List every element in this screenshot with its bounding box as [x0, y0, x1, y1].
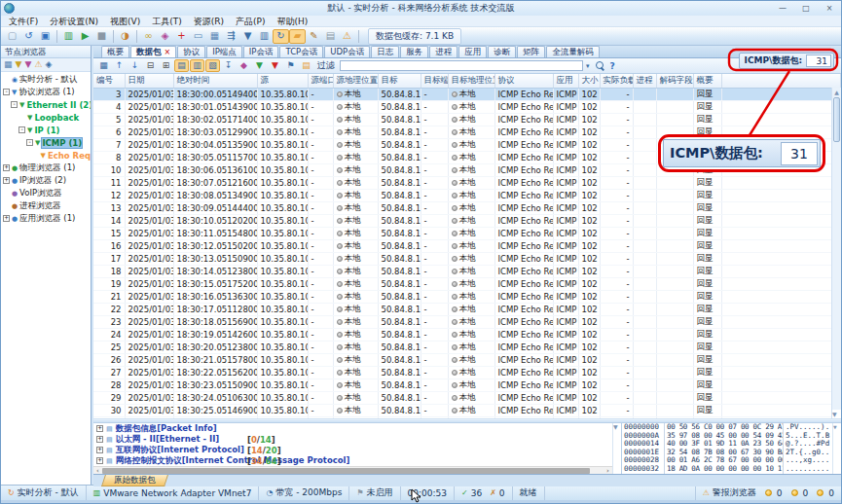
alarm-icon[interactable]: ⚠	[339, 29, 355, 44]
scroll-right-icon[interactable]: ›	[604, 467, 612, 475]
table-row[interactable]: 242025/01/0318:30:19.05142600010.35.80.1…	[93, 328, 841, 341]
search-icon[interactable]	[596, 61, 604, 70]
expand-icon[interactable]: +	[96, 436, 103, 443]
tab-IP端点[interactable]: IP端点	[206, 46, 242, 57]
scroll-down-icon[interactable]: ▼	[832, 410, 841, 418]
table-row[interactable]: 222025/01/0318:30:17.05112800010.35.80.1…	[93, 303, 841, 315]
funnel-multi-icon[interactable]: ▼	[24, 60, 31, 69]
tab-UDP会话[interactable]: UDP会话	[324, 46, 370, 57]
column-header-目标端口[interactable]: 目标端口	[421, 74, 448, 88]
table-row[interactable]: 282025/01/0318:30:23.05150900010.35.80.1…	[93, 378, 841, 391]
nodes-small-icon[interactable]: ◈	[45, 60, 52, 69]
tab-日志[interactable]: 日志	[371, 46, 399, 57]
tab-诊断[interactable]: 诊断	[488, 46, 516, 57]
expand-icon[interactable]: +	[3, 215, 10, 222]
column-header-日期[interactable]: 日期	[125, 74, 173, 88]
expand-icon[interactable]: ⊞	[159, 59, 173, 72]
table-row[interactable]: 32025/01/0318:30:00.05149400010.35.80.10…	[93, 88, 841, 100]
table-row[interactable]: 152025/01/0318:30:11.05154800010.35.80.1…	[93, 227, 841, 239]
close-button[interactable]: ×	[818, 2, 841, 15]
decode-field-row[interactable]: +▤互联网协议[Internet Protocol][14/20]	[93, 445, 612, 455]
tree-item-Loopback[interactable]: ▼Loopback	[1, 111, 91, 124]
decode-hscrollbar[interactable]: ‹ ›	[93, 466, 612, 474]
hierarchy-icon[interactable]: ▦	[206, 29, 223, 44]
decode-field-row[interactable]: +▤数据包信息[Packet Info]	[93, 423, 612, 434]
table-row[interactable]: 52025/01/0318:30:02.05171400010.35.80.10…	[93, 113, 841, 126]
hscroll-thumb[interactable]	[102, 468, 590, 474]
table-row[interactable]: 232025/01/0318:30:18.05156900010.35.80.1…	[93, 315, 841, 328]
column-header-源端口[interactable]: 源端口	[308, 74, 333, 88]
tab-应用[interactable]: 应用	[458, 46, 487, 57]
filter-icon[interactable]: ▼	[239, 29, 256, 44]
decode-field-row[interactable]: +▤以太网 - II[Ethernet - II][0/14]	[93, 434, 612, 445]
decode-vscrollbar[interactable]: ▲ ▼	[612, 423, 622, 474]
column-header-进程[interactable]: 进程	[633, 74, 656, 88]
adapter-icon[interactable]: ▥	[60, 29, 77, 44]
tab-服务[interactable]: 服务	[400, 46, 428, 57]
refresh-icon[interactable]: ↻	[273, 29, 289, 44]
menu-分析设置(N)[interactable]: 分析设置(N)	[44, 16, 104, 27]
collapse-icon[interactable]: -	[11, 101, 18, 108]
tab-全流量解码[interactable]: 全流量解码	[546, 46, 600, 57]
tree-item-ICMP-(1)[interactable]: -▼ICMP (1)	[1, 136, 91, 149]
table-row[interactable]: 132025/01/0318:30:09.05144400010.35.80.1…	[93, 201, 841, 214]
start-icon[interactable]: ▶	[77, 29, 93, 44]
tab-close-icon[interactable]: ×	[165, 48, 171, 56]
minimize-button[interactable]: —	[771, 2, 794, 15]
tree-item-IP-(1)[interactable]: -▼IP (1)	[1, 124, 91, 136]
save-icon[interactable]: ▣	[37, 29, 54, 44]
table-row[interactable]: 292025/01/0318:30:24.05106300010.35.80.1…	[93, 391, 841, 404]
tree-item-物理浏览器-(1)[interactable]: +●物理浏览器 (1)	[1, 162, 91, 174]
tab-协议[interactable]: 协议	[177, 46, 205, 57]
plug-icon[interactable]: ⇶	[223, 29, 239, 44]
stop-icon[interactable]: ■	[93, 29, 110, 44]
table-row[interactable]: 162025/01/0318:30:12.05150200010.35.80.1…	[93, 239, 841, 252]
expand-icon[interactable]: +	[3, 177, 10, 184]
table-row[interactable]: 212025/01/0318:30:16.05136300010.35.80.1…	[93, 290, 841, 303]
table-row[interactable]: 272025/01/0318:30:22.05156200010.35.80.1…	[93, 366, 841, 378]
maximize-button[interactable]: □	[794, 2, 818, 15]
column-header-概要[interactable]: 概要	[693, 74, 721, 88]
column-header-源[interactable]: 源	[257, 74, 308, 88]
tab-raw-packet[interactable]: 原始数据包	[101, 475, 167, 486]
view-split-icon[interactable]: ▥	[190, 59, 204, 72]
column-header-绝对时间[interactable]: 绝对时间	[173, 74, 257, 88]
column-header-大小[interactable]: 大小	[578, 74, 600, 88]
filter-input[interactable]	[340, 60, 583, 71]
tab-概要[interactable]: 概要	[101, 46, 129, 57]
expand-icon[interactable]: +	[96, 457, 103, 464]
collapse-icon[interactable]: -	[26, 139, 33, 146]
menu-文件(F)[interactable]: 文件(F)	[3, 16, 44, 27]
table-row[interactable]: 262025/01/0318:30:21.05157800010.35.80.1…	[93, 353, 841, 366]
menu-视图(V)[interactable]: 视图(V)	[104, 16, 146, 27]
funnel-gold-icon[interactable]: ▼	[16, 60, 22, 69]
tree-item-应用浏览器-(1)[interactable]: +●应用浏览器 (1)	[1, 212, 91, 225]
down-icon[interactable]: ↓	[128, 59, 142, 72]
nodes-icon[interactable]: ◈	[157, 29, 173, 44]
column-header-源地理位置[interactable]: 源地理位置	[333, 74, 378, 88]
tree-item-进程浏览器[interactable]: ●进程浏览器	[1, 199, 91, 212]
table-row[interactable]: 112025/01/0318:30:07.05121600010.35.80.1…	[93, 176, 841, 189]
table-row[interactable]: 142025/01/0318:30:10.05120200010.35.80.1…	[93, 214, 841, 227]
table-row[interactable]: 322025/01/0318:30:26.05161500010.35.80.1…	[93, 416, 841, 419]
menu-工具(T)[interactable]: 工具(T)	[146, 16, 188, 27]
scroll-down-icon[interactable]: ▼	[613, 423, 621, 474]
export-icon[interactable]: ↧	[221, 59, 236, 72]
scroll-up-icon[interactable]: ▲	[832, 88, 841, 96]
table-row[interactable]: 172025/01/0318:30:13.05150900010.35.80.1…	[93, 252, 841, 265]
grid-icon[interactable]: ▦	[4, 60, 13, 69]
menu-产品(P)[interactable]: 产品(P)	[230, 16, 271, 27]
column-header-解码字段[interactable]: 解码字段	[656, 74, 693, 88]
collapse-icon[interactable]: -	[3, 89, 10, 95]
scroll-down-icon[interactable]: ▼	[833, 423, 841, 474]
columns-icon[interactable]: ▦	[96, 59, 111, 72]
table-row[interactable]: 252025/01/0318:30:20.05123800010.35.80.1…	[93, 341, 841, 353]
column-header-编号[interactable]: 编号	[93, 74, 125, 88]
new-icon[interactable]: ▢	[4, 29, 20, 44]
hex-vscrollbar[interactable]: ▲ ▼	[832, 423, 841, 474]
report-icon[interactable]: ▤	[322, 29, 339, 44]
table-row[interactable]: 122025/01/0318:30:08.05134900010.35.80.1…	[93, 189, 841, 201]
column-header-协议[interactable]: 协议	[494, 74, 553, 88]
table-row[interactable]: 182025/01/0318:30:14.05123800010.35.80.1…	[93, 265, 841, 277]
options-icon[interactable]: ◆	[237, 59, 251, 72]
